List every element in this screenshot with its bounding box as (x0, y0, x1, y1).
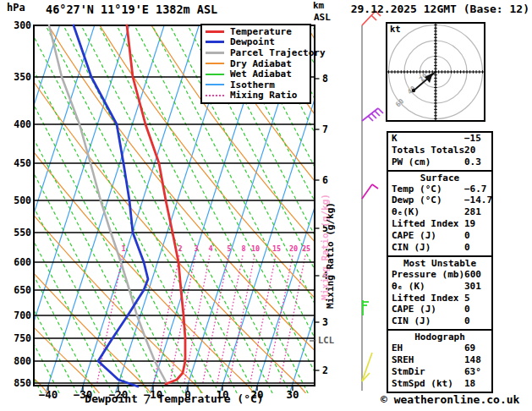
altitude-unit-label: km (313, 1, 324, 11)
x-axis-title: Dewpoint / Temperature (°C) (34, 393, 315, 405)
row-value: 20 (464, 145, 475, 157)
row-value: −6.7 (464, 184, 487, 196)
row-label: Lifted Index (392, 219, 464, 231)
table-row: Lifted Index19 (388, 219, 491, 231)
row-label: Temp (°C) (392, 184, 464, 196)
pressure-tick-label: 350 (3, 72, 31, 83)
legend-item: Mixing Ratio (206, 90, 310, 101)
row-value: 0 (464, 304, 470, 316)
isotherm-swatch-icon (206, 84, 224, 85)
pressure-tick-label: 750 (3, 333, 31, 344)
row-label: Totals Totals (392, 145, 464, 157)
mixing-ratio-axis-label: Mixing Ratio (g/kg) (326, 202, 336, 309)
table-row: CIN (J)0 (388, 316, 491, 328)
legend-label: Wet Adiabat (230, 69, 292, 79)
row-label: θₑ(K) (392, 207, 464, 219)
legend-item: Temperature (206, 26, 310, 37)
legend-label: Dry Adiabat (230, 59, 292, 68)
mixing-ratio-swatch-icon (206, 95, 224, 96)
station-title: 46°27'N 11°19'E 1382m ASL (46, 3, 217, 16)
row-value: 0 (464, 316, 470, 328)
mixing-ratio-value-label: 2 (173, 245, 187, 253)
table-row: CAPE (J)0 (388, 304, 491, 316)
row-label: CAPE (J) (392, 304, 464, 316)
row-value: 301 (464, 282, 481, 293)
table-section-header: Surface (388, 173, 491, 184)
legend-label: Parcel Trajectory (230, 48, 326, 58)
table-section: K−15Totals Totals20PW (cm)0.3 (388, 133, 491, 170)
wet-adiabat-swatch-icon (206, 74, 224, 75)
row-value: 0.3 (464, 157, 481, 169)
row-value: 5 (464, 293, 470, 305)
pressure-tick-label: 850 (3, 378, 31, 389)
pressure-tick-label: 800 (3, 356, 31, 367)
row-label: Lifted Index (392, 293, 464, 305)
legend-label: Isotherm (230, 80, 275, 90)
row-label: PW (cm) (392, 157, 464, 169)
row-label: K (392, 134, 464, 145)
table-row: StmDir63° (388, 367, 491, 379)
mixing-ratio-value-label: 4 (204, 245, 217, 253)
legend-label: Mixing Ratio (230, 90, 297, 100)
mixing-ratio-value-label: 1 (117, 245, 130, 253)
altitude-tick-label: 7 (322, 124, 328, 135)
datetime-label: 29.12.2025 12GMT (Base: 12) (338, 3, 529, 15)
table-row: EH69 (388, 343, 491, 355)
dewpoint-swatch-icon (206, 41, 224, 43)
table-row: θₑ (K)301 (388, 282, 491, 293)
stats-table: K−15Totals Totals20PW (cm)0.3SurfaceTemp… (387, 131, 493, 393)
row-value: −15 (464, 134, 481, 145)
dry-adiabat-swatch-icon (206, 63, 224, 64)
row-label: Dewp (°C) (392, 195, 464, 207)
altitude-tick-label: 8 (322, 74, 328, 85)
hodograph-unit-label: kt (390, 25, 401, 35)
row-value: 0 (464, 243, 470, 255)
altitude-ref-label: ASL (314, 13, 331, 23)
altitude-tick-label: 3 (322, 317, 328, 328)
mixing-ratio-value-label: 15 (270, 245, 283, 253)
copyright-label: © weatheronline.co.uk (381, 394, 519, 406)
row-label: θₑ (K) (392, 282, 464, 293)
row-label: SREH (392, 355, 464, 367)
legend: TemperatureDewpointParcel TrajectoryDry … (200, 24, 311, 104)
table-row: Pressure (mb)600 (388, 270, 491, 282)
table-row: Totals Totals20 (388, 145, 491, 157)
mixing-ratio-value-label: 10 (249, 245, 262, 253)
row-label: StmSpd (kt) (392, 379, 464, 391)
legend-item: Wet Adiabat (206, 68, 310, 79)
legend-item: Parcel Trajectory (206, 47, 310, 58)
mixing-ratio-value-label: 25 (299, 245, 313, 253)
table-section-header: Most Unstable (388, 258, 491, 270)
table-row: PW (cm)0.3 (388, 157, 491, 169)
row-value: 63° (464, 367, 481, 379)
legend-label: Dewpoint (230, 37, 275, 47)
pressure-tick-label: 500 (3, 195, 31, 206)
table-row: K−15 (388, 134, 491, 145)
pressure-tick-label: 450 (3, 158, 31, 169)
table-row: StmSpd (kt)18 (388, 379, 491, 391)
row-label: CAPE (J) (392, 231, 464, 243)
row-label: StmDir (392, 367, 464, 379)
legend-label: Temperature (230, 27, 292, 36)
table-row: Lifted Index5 (388, 293, 491, 305)
pressure-tick-label: 650 (3, 285, 31, 296)
legend-item: Dewpoint (206, 37, 310, 48)
mixing-ratio-value-label: 20 (287, 245, 300, 253)
legend-item: Dry Adiabat (206, 58, 310, 69)
row-value: 0 (464, 231, 470, 243)
pressure-tick-label: 400 (3, 119, 31, 130)
table-section: Most UnstablePressure (mb)600θₑ (K)301Li… (388, 255, 491, 329)
row-value: 148 (464, 355, 481, 367)
altitude-tick-label: 2 (322, 365, 328, 376)
table-section: HodographEH69SREH148StmDir63°StmSpd (kt)… (388, 329, 491, 391)
row-value: 19 (464, 219, 475, 231)
row-label: CIN (J) (392, 316, 464, 328)
skewt-sounding-page: 204060 hPa 46°27'N 11°19'E 1382m ASL km … (0, 0, 532, 411)
row-value: −14.7 (464, 195, 492, 207)
mixing-ratio-value-label: 5 (222, 245, 236, 253)
lcl-label: LCL (318, 336, 334, 346)
pressure-tick-label: 600 (3, 257, 31, 268)
row-label: Pressure (mb) (392, 270, 464, 282)
row-label: EH (392, 343, 464, 355)
table-row: CIN (J)0 (388, 243, 491, 255)
